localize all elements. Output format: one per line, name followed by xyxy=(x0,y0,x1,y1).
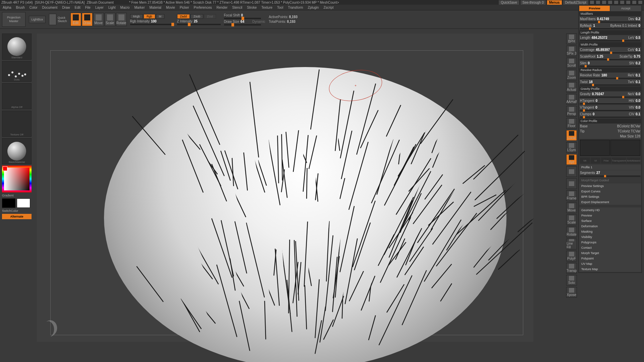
color-picker[interactable] xyxy=(2,166,32,192)
scale3d-nav-button[interactable]: Scale xyxy=(566,215,577,225)
menu-zscript[interactable]: Zscript xyxy=(323,6,333,9)
menu-transform[interactable]: Transform xyxy=(288,6,303,9)
menu-color[interactable]: Color xyxy=(30,6,38,9)
fiber-opt-vt[interactable]: Vt xyxy=(591,158,601,164)
fiber-opt-fibe[interactable]: Fibe xyxy=(601,158,611,164)
accept-tab[interactable]: Accept xyxy=(610,6,641,11)
section-contact[interactable]: Contact xyxy=(579,245,641,250)
menu-light[interactable]: Light xyxy=(108,6,116,9)
section-export-curves[interactable]: Export Curves xyxy=(579,189,641,194)
section-masking[interactable]: Masking xyxy=(579,229,641,234)
section-morph-target[interactable]: Morph Target xyxy=(579,250,641,256)
config-icon[interactable] xyxy=(596,0,600,4)
config-icon[interactable] xyxy=(602,0,606,4)
menu-layer[interactable]: Layer xyxy=(95,6,104,9)
section-visibility[interactable]: Visibility xyxy=(579,234,641,240)
menu-stencil[interactable]: Stencil xyxy=(232,6,242,9)
menu-edit[interactable]: Edit xyxy=(75,6,80,9)
dynamic-label[interactable]: Dynamic xyxy=(252,20,265,23)
color-profile-header[interactable]: Color Profile xyxy=(579,119,641,123)
menu-movie[interactable]: Movie xyxy=(166,6,175,9)
xyz-nav-button[interactable]: Xyz xyxy=(566,154,577,165)
prop-scaleroot[interactable]: ScaleRoot1.25ScaleTip0.75 xyxy=(579,54,641,59)
frame-nav-button[interactable]: Frame xyxy=(566,190,577,201)
rgb-toggle[interactable]: Rgb xyxy=(144,14,155,19)
brush-thumbnail[interactable]: Standard xyxy=(2,34,32,60)
rgb-intensity-slider[interactable] xyxy=(130,24,174,25)
section-deformation[interactable]: Deformation xyxy=(579,224,641,229)
m-toggle[interactable]: M xyxy=(156,14,165,19)
config-icon[interactable] xyxy=(608,0,612,4)
menu-tool[interactable]: Tool xyxy=(277,6,283,9)
scroll-nav-button[interactable]: Scroll xyxy=(566,58,577,68)
section-texture-map[interactable]: Texture Map xyxy=(579,266,641,272)
prop-htangent[interactable]: HTangent0HtV0.0 xyxy=(579,98,641,103)
xpose-nav-button[interactable]: Xpose xyxy=(566,287,577,298)
persp-nav-button[interactable]: Persp xyxy=(566,106,577,117)
segments-slider[interactable]: Segments27 xyxy=(579,170,641,175)
lightbox-button[interactable]: LightBox xyxy=(29,16,46,23)
floor-nav-button[interactable]: Floor xyxy=(566,118,577,129)
rotate-mode-button[interactable]: Rotate xyxy=(116,13,127,26)
main-color-swatch[interactable] xyxy=(2,198,15,208)
quick-sketch-icon[interactable] xyxy=(49,14,56,25)
secondary-color-swatch[interactable] xyxy=(17,198,30,208)
fiber-opt-antialiased[interactable]: AntiAliased xyxy=(627,158,640,164)
menu-preferences[interactable]: Preferences xyxy=(194,6,212,9)
gravity-header[interactable]: Gravity Profile xyxy=(579,86,641,91)
draw-mode-button[interactable]: Draw xyxy=(82,13,93,26)
color-row[interactable]: BaseBColoriz BCVar xyxy=(579,124,641,129)
color-row[interactable]: TipTColoriz TCVar xyxy=(579,129,641,134)
section-surface[interactable]: Surface xyxy=(579,218,641,224)
move-mode-button[interactable]: Move xyxy=(93,13,104,26)
maximize-icon[interactable] xyxy=(632,0,637,4)
menu-marker[interactable]: Marker xyxy=(134,6,145,9)
help-icon[interactable] xyxy=(620,0,625,4)
rotate3d-nav-button[interactable]: Rotate xyxy=(566,227,577,237)
solo-nav-button[interactable]: Solo xyxy=(566,275,577,286)
menus-button[interactable]: Menus xyxy=(547,0,562,5)
viewport[interactable] xyxy=(37,34,533,342)
aahalf-nav-button[interactable]: AAHalf xyxy=(566,94,577,105)
zsub-toggle[interactable]: Zsub xyxy=(191,14,203,19)
menu-alpha[interactable]: Alpha xyxy=(3,6,11,9)
close-icon[interactable] xyxy=(638,0,643,4)
section-polygroups[interactable]: Polygroups xyxy=(579,240,641,245)
pf-nav-button[interactable]: PolyF xyxy=(566,251,577,261)
zoom-nav-button[interactable]: Zoom xyxy=(566,70,577,80)
spix-nav-button[interactable]: SPix 3 xyxy=(566,46,577,56)
mrgb-toggle[interactable]: Mrgb xyxy=(130,14,143,19)
menu-zplugin[interactable]: Zplugin xyxy=(308,6,319,9)
menu-brush[interactable]: Brush xyxy=(16,6,25,9)
fiber-opt-transparent[interactable]: Transparent xyxy=(612,158,626,164)
local-nav-button[interactable]: Local xyxy=(566,130,577,141)
length-profile-header[interactable]: Length Profile xyxy=(579,30,641,35)
zadd-toggle[interactable]: Zadd xyxy=(177,14,190,19)
edit-mode-button[interactable]: Edit xyxy=(70,13,81,26)
menu-macro[interactable]: Macro xyxy=(120,6,130,9)
gradient-toggle[interactable]: Gradient xyxy=(2,194,32,197)
zcut-toggle[interactable]: Zcut xyxy=(204,14,216,19)
menu-texture[interactable]: Texture xyxy=(261,6,272,9)
m2-nav-button[interactable] xyxy=(566,178,577,189)
stroke-thumbnail[interactable]: Dots xyxy=(2,61,32,82)
focal-shift-slider[interactable] xyxy=(224,18,261,19)
transp-nav-button[interactable]: Transp xyxy=(566,263,577,274)
section-geometry-hd[interactable]: Geometry HD xyxy=(579,207,641,213)
prop-slim[interactable]: Slim0SlV0.2 xyxy=(579,61,641,66)
tip-color-swatch[interactable] xyxy=(610,140,640,156)
section-uv-map[interactable]: UV Map xyxy=(579,261,641,266)
scale-mode-button[interactable]: Scale xyxy=(105,13,115,26)
config-icon[interactable] xyxy=(590,0,594,4)
section-preview-settings[interactable]: Preview Settings xyxy=(579,183,641,189)
m1-nav-button[interactable] xyxy=(566,166,577,177)
menu-material[interactable]: Material xyxy=(150,6,162,9)
menu-stroke[interactable]: Stroke xyxy=(247,6,257,9)
prop-gravity[interactable]: Gravity0.70247NoV0.0 xyxy=(579,92,641,97)
projection-master-button[interactable]: Projection Master xyxy=(2,12,25,27)
lsym-nav-button[interactable]: LSym xyxy=(566,142,577,153)
prop-vtangent[interactable]: VTangent0VtV0.0 xyxy=(579,105,641,110)
section-export-displacement[interactable]: Export Displacement xyxy=(579,199,641,205)
menu-document[interactable]: Document xyxy=(42,6,58,9)
switch-color-button[interactable]: SwitchColor xyxy=(2,209,32,213)
